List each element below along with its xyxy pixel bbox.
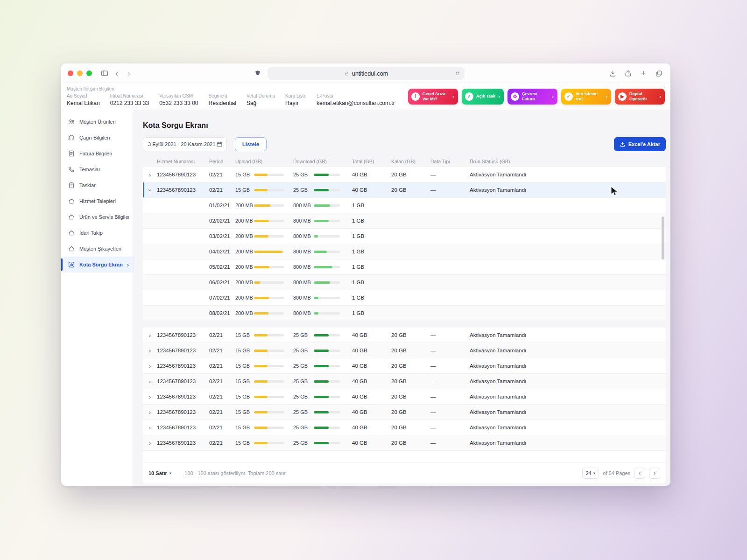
expand-row-icon[interactable]: › bbox=[149, 425, 151, 431]
close-window-button[interactable] bbox=[68, 70, 73, 76]
sidebar-toggle-icon[interactable] bbox=[99, 67, 111, 79]
export-excel-button[interactable]: Excel'e Aktar bbox=[614, 137, 666, 151]
download-value: 800 MB bbox=[293, 295, 314, 301]
privacy-shield-icon[interactable] bbox=[252, 67, 264, 79]
table-row[interactable]: ›123456789012302/2115 GB25 GB40 GB20 GB—… bbox=[143, 389, 666, 405]
acik-task-icon: ✓ bbox=[465, 92, 473, 101]
rows-per-page-select[interactable]: 10 Satır ▾ bbox=[148, 470, 171, 476]
total-cell: 40 GB bbox=[352, 348, 391, 353]
sidebar-item[interactable]: Müşteri Şikayetleri bbox=[61, 241, 134, 257]
invoice-icon bbox=[68, 150, 75, 157]
sidebar-item[interactable]: Ürün ve Servis Bilgileri bbox=[61, 209, 134, 225]
users-icon bbox=[68, 118, 75, 126]
tasks-icon bbox=[68, 182, 75, 189]
share-icon[interactable] bbox=[622, 67, 634, 79]
sidebar-item[interactable]: Fatura Bilgileri bbox=[61, 146, 134, 161]
quick-action-veri-isleme-izni[interactable]: ✓Veri İşleme İzni› bbox=[561, 89, 611, 105]
browser-toolbar: ‹ › untitledui.com bbox=[61, 63, 670, 83]
table-detail-row: 03/02/21200 MB800 MB1 GB bbox=[143, 229, 666, 244]
table-row[interactable]: ›123456789012302/2115 GB25 GB40 GB20 GB—… bbox=[143, 358, 666, 374]
sidebar-item[interactable]: Temaslar bbox=[61, 161, 134, 177]
downloads-icon[interactable] bbox=[606, 67, 619, 79]
sidebar-item[interactable]: Kota Sorgu Ekranı› bbox=[61, 257, 134, 273]
table-row[interactable]: ›123456789012302/2115 GB25 GB40 GB20 GB—… bbox=[143, 405, 666, 420]
upload-cell: 15 GB bbox=[235, 332, 293, 338]
quick-action-cevreci-fatura[interactable]: ♻Çevreci Fatura› bbox=[507, 89, 557, 105]
next-page-button[interactable]: › bbox=[649, 468, 660, 479]
headset-icon bbox=[68, 134, 75, 141]
expand-row-icon[interactable]: › bbox=[149, 172, 151, 178]
total-cell: 40 GB bbox=[352, 187, 391, 193]
download-cell: 800 MB bbox=[293, 310, 352, 316]
list-button[interactable]: Listele bbox=[235, 137, 267, 151]
table-row[interactable]: ›123456789012302/2115 GB25 GB40 GB20 GB—… bbox=[143, 328, 666, 343]
table-row[interactable]: ›123456789012302/2115 GB25 GB40 GB20 GB—… bbox=[143, 167, 666, 182]
date-range-input[interactable]: 3 Eylül 2021 - 20 Kasım 2021 bbox=[143, 137, 227, 151]
upload-cell: 200 MB bbox=[235, 310, 293, 316]
detail-date-cell: 04/02/21 bbox=[209, 249, 235, 254]
upload-cell: 15 GB bbox=[235, 394, 293, 399]
minimize-window-button[interactable] bbox=[77, 70, 83, 76]
kalan-cell: 20 GB bbox=[391, 348, 430, 353]
page-select[interactable]: 24 ▾ bbox=[582, 468, 599, 479]
kalan-cell: 20 GB bbox=[391, 425, 430, 430]
download-cell: 800 MB bbox=[293, 249, 352, 254]
expand-row-icon[interactable]: › bbox=[149, 348, 151, 354]
download-value: 25 GB bbox=[293, 332, 314, 338]
refresh-icon[interactable] bbox=[453, 70, 462, 78]
table-row[interactable]: ›123456789012302/2115 GB25 GB40 GB20 GB—… bbox=[143, 182, 666, 198]
service-number-cell: 1234567890123 bbox=[157, 332, 209, 338]
download-cell: 25 GB bbox=[293, 363, 352, 369]
address-bar[interactable]: untitledui.com bbox=[268, 67, 465, 80]
expand-row-icon[interactable]: › bbox=[149, 409, 151, 415]
new-tab-icon[interactable]: + bbox=[637, 67, 649, 79]
column-header: Period bbox=[209, 159, 235, 164]
expand-row-icon[interactable]: › bbox=[149, 332, 151, 338]
quick-action-acik-task[interactable]: ✓Açık Task› bbox=[462, 89, 504, 105]
detail-date-cell: 08/02/21 bbox=[209, 310, 235, 316]
table-row[interactable]: ›123456789012302/2115 GB25 GB40 GB20 GB—… bbox=[143, 420, 666, 435]
customer-field: İrtibat Numarası0212 233 33 33 bbox=[110, 93, 149, 106]
expand-row-icon[interactable]: › bbox=[149, 378, 151, 385]
collapse-row-icon[interactable]: › bbox=[147, 189, 153, 191]
forward-icon[interactable]: › bbox=[123, 67, 135, 79]
status-cell: Aktivasyon Tamamlandı bbox=[470, 363, 666, 369]
upload-progress-bar bbox=[254, 189, 284, 191]
upload-value: 15 GB bbox=[235, 187, 254, 193]
prev-page-button[interactable]: ‹ bbox=[634, 468, 645, 479]
detail-date-cell: 07/02/21 bbox=[209, 295, 235, 301]
table-row[interactable]: ›123456789012302/2115 GB25 GB40 GB20 GB—… bbox=[143, 343, 666, 358]
home-icon bbox=[68, 229, 75, 237]
download-cell: 25 GB bbox=[293, 172, 352, 177]
tab-overview-icon[interactable] bbox=[653, 67, 665, 79]
sidebar-item-label: Ürün ve Servis Bilgileri bbox=[79, 214, 129, 220]
kalan-cell: 20 GB bbox=[391, 394, 430, 399]
period-cell: 02/21 bbox=[209, 348, 235, 353]
sidebar-item[interactable]: Müşteri Ürünleri bbox=[61, 114, 134, 130]
upload-cell: 15 GB bbox=[235, 187, 293, 193]
customer-field-value: 0212 233 33 33 bbox=[110, 100, 149, 106]
sidebar-item[interactable]: İdari Takip bbox=[61, 225, 134, 241]
back-icon[interactable]: ‹ bbox=[111, 67, 123, 79]
quick-action-digital-operator[interactable]: ▶Digital Operatör› bbox=[615, 89, 665, 105]
sidebar-item[interactable]: Çağrı Bilgileri bbox=[61, 130, 134, 146]
pages-label: of 54 Pages bbox=[603, 470, 630, 476]
download-value: 25 GB bbox=[293, 409, 314, 415]
expand-row-icon[interactable]: › bbox=[149, 440, 151, 446]
table-row[interactable]: ›123456789012302/2115 GB25 GB40 GB20 GB—… bbox=[143, 374, 666, 389]
detail-date-cell: 03/02/21 bbox=[209, 233, 235, 239]
upload-cell: 15 GB bbox=[235, 378, 293, 384]
sidebar-item[interactable]: Hizmet Talepleri bbox=[61, 193, 134, 209]
total-cell: 40 GB bbox=[352, 332, 391, 338]
total-cell: 1 GB bbox=[352, 295, 391, 301]
quick-action-genel-ariza[interactable]: !Genel Arıza Var Mı?› bbox=[408, 89, 458, 105]
upload-progress-bar bbox=[254, 297, 284, 299]
download-cell: 800 MB bbox=[293, 295, 352, 301]
sidebar-item[interactable]: Tasklar bbox=[61, 177, 134, 193]
zoom-window-button[interactable] bbox=[86, 70, 92, 76]
upload-value: 15 GB bbox=[235, 409, 254, 415]
expand-row-icon[interactable]: › bbox=[149, 363, 151, 369]
expand-row-icon[interactable]: › bbox=[149, 394, 151, 400]
scrollbar-thumb[interactable] bbox=[662, 217, 664, 259]
table-row[interactable]: ›123456789012302/2115 GB25 GB40 GB20 GB—… bbox=[143, 435, 666, 451]
